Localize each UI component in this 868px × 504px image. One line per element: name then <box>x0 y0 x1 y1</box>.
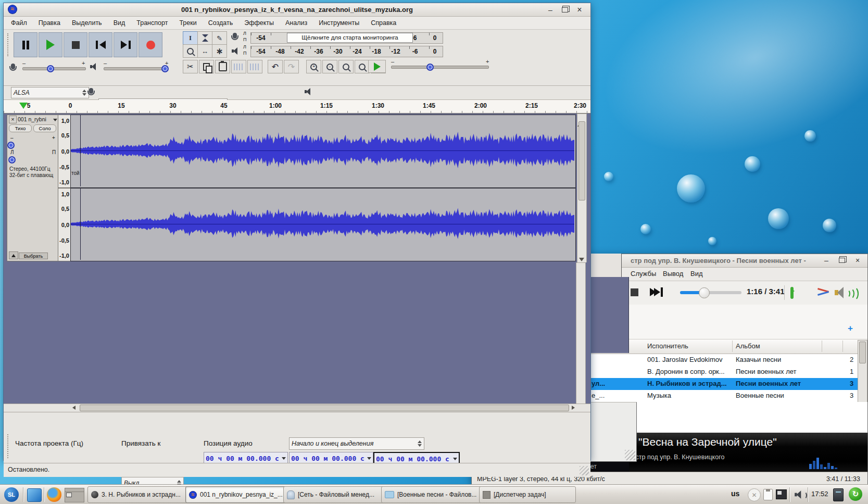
waveform-channel-right[interactable] <box>70 188 576 261</box>
taskbar-task[interactable]: 3. Н. Рыбников и эстрадн... <box>87 486 191 503</box>
paste-icon[interactable] <box>215 60 230 73</box>
show-desktop-icon[interactable] <box>27 488 42 502</box>
stop-button[interactable] <box>64 32 87 57</box>
waveform-channel-left[interactable]: той <box>70 115 576 188</box>
play-button[interactable] <box>39 32 62 57</box>
timeshift-tool-icon[interactable]: ↔ <box>197 44 212 58</box>
audio-host-select[interactable]: ALSA <box>11 87 89 98</box>
menu-select[interactable]: Выделить <box>72 19 102 27</box>
gain-slider[interactable] <box>10 142 11 148</box>
taskbar-task[interactable]: [Военные песни - Файлов... <box>381 486 484 503</box>
pause-button[interactable] <box>14 32 37 57</box>
zoom-tool-icon[interactable] <box>183 44 198 58</box>
menu-edit[interactable]: Правка <box>39 19 60 27</box>
draw-tool-icon[interactable]: ✎ <box>212 31 227 45</box>
play-head-marker[interactable] <box>19 103 28 109</box>
copy-icon[interactable] <box>199 60 214 73</box>
player-stop-button[interactable] <box>631 288 638 296</box>
menu-analyze[interactable]: Анализ <box>285 19 307 27</box>
window-tray-icon[interactable] <box>776 489 787 499</box>
menu-generate[interactable]: Создать <box>208 19 233 27</box>
updates-tray-icon[interactable]: ↻ <box>849 487 862 501</box>
select-track-button[interactable]: Выбрать <box>19 253 48 259</box>
recording-meter[interactable]: Л П -54 -6 0 Щёлкните для старта монитор… <box>231 31 445 44</box>
skip-end-button[interactable] <box>114 32 137 57</box>
workspace-pager-icon[interactable] <box>65 488 84 502</box>
repeat-icon[interactable] <box>790 287 794 299</box>
seek-handle[interactable] <box>699 287 710 298</box>
undo-icon[interactable]: ↶ <box>268 60 283 73</box>
zoom-fit-icon[interactable] <box>355 60 370 73</box>
playlist-scrollbar[interactable] <box>858 340 867 403</box>
taskbar-task[interactable]: [Диспетчер задач] <box>479 486 576 503</box>
player-close-button[interactable]: × <box>851 256 864 265</box>
solo-button[interactable]: Соло <box>33 124 56 132</box>
pan-slider[interactable] <box>11 156 12 163</box>
record-button[interactable] <box>139 32 162 57</box>
menu-help[interactable]: Справка <box>371 19 396 27</box>
system-tray-icon[interactable] <box>833 488 844 501</box>
resize-grip[interactable] <box>625 450 635 460</box>
cut-icon[interactable]: ✂ <box>183 60 198 73</box>
play-at-speed-button[interactable] <box>368 60 386 73</box>
skip-start-button[interactable] <box>89 32 112 57</box>
track-menu-icon[interactable] <box>53 119 57 121</box>
tray-status-icon[interactable]: ✕ <box>748 488 761 501</box>
zoom-out-icon[interactable]: – <box>322 60 337 73</box>
start-button[interactable]: SL <box>4 487 19 502</box>
selection-range-select[interactable]: Начало и конец выделения <box>289 437 424 450</box>
track-name[interactable]: 001 n_rybni <box>18 116 46 122</box>
vertical-scale[interactable]: 1,0 0,5 0,0 -0,5 -1,0 <box>58 115 71 188</box>
vertical-scrollbar-lower[interactable] <box>576 262 586 405</box>
menu-transport[interactable]: Транспорт <box>136 19 168 27</box>
volume-icon[interactable] <box>835 286 857 299</box>
taskbar-task[interactable]: [Сеть - Файловый менед... <box>283 486 386 503</box>
envelope-tool-icon[interactable] <box>197 31 212 45</box>
monitoring-hint[interactable]: Щёлкните для старта мониторинга <box>287 33 413 43</box>
redo-icon[interactable]: ↷ <box>284 60 299 73</box>
vertical-scale[interactable]: 1,0 0,5 0,0 -0,5 -1,0 <box>58 188 71 261</box>
play-speed-slider[interactable] <box>391 66 489 69</box>
clock[interactable]: 17:52 <box>811 490 828 498</box>
playback-volume-slider[interactable] <box>104 67 168 70</box>
timeline-ruler[interactable]: 5 0 15 30 45 1:00 1:15 1:30 1:45 2:00 2:… <box>4 100 590 114</box>
recording-volume-slider[interactable] <box>22 67 86 70</box>
audacity-close-button[interactable]: × <box>573 5 586 15</box>
selection-tool-icon[interactable]: I <box>183 31 198 45</box>
audacity-restore-button[interactable] <box>558 5 572 15</box>
silence-icon[interactable] <box>247 60 262 73</box>
menu-effects[interactable]: Эффекты <box>244 19 274 27</box>
audacity-minimize-button[interactable]: – <box>544 5 557 15</box>
keyboard-layout-indicator[interactable]: us <box>731 489 739 498</box>
playback-meter[interactable]: Л П -54 -48 -42 -36 -30 -24 -18 -12 -6 0 <box>231 45 445 58</box>
player-next-button[interactable] <box>650 287 663 297</box>
trim-icon[interactable] <box>231 60 246 73</box>
vertical-scrollbar[interactable] <box>577 114 587 263</box>
zoom-selection-icon[interactable] <box>338 60 354 73</box>
taskbar-task-active[interactable]: ≈ 001 n_rybnikov_pesnya_iz_... <box>185 486 288 503</box>
multi-tool-icon[interactable]: ∗ <box>212 44 227 58</box>
zoom-in-icon[interactable]: + <box>306 60 321 73</box>
collapse-track-icon[interactable] <box>9 251 18 259</box>
close-icon[interactable]: × <box>9 116 17 123</box>
menu-view[interactable]: Вид <box>114 19 125 27</box>
column-artist[interactable]: Исполнитель <box>647 342 688 350</box>
column-album[interactable]: Альбом <box>736 342 760 350</box>
project-empty-area[interactable] <box>4 262 590 404</box>
player-menu-services[interactable]: Службы <box>631 270 656 278</box>
player-menu-output[interactable]: Вывод <box>663 270 683 278</box>
menu-tracks[interactable]: Треки <box>179 19 196 27</box>
resize-grip[interactable] <box>580 466 589 475</box>
firefox-icon[interactable] <box>47 487 61 502</box>
horizontal-scrollbar[interactable] <box>4 404 590 412</box>
volume-tray-icon[interactable] <box>792 489 806 500</box>
add-icon[interactable]: + <box>848 323 853 334</box>
player-minimize-button[interactable]: – <box>820 256 833 265</box>
player-menu-view[interactable]: Вид <box>690 270 703 278</box>
menu-tools[interactable]: Инструменты <box>319 19 359 27</box>
player-restore-button[interactable] <box>835 256 849 265</box>
menu-file[interactable]: Файл <box>11 19 27 27</box>
audacity-titlebar[interactable]: ≈ 001 n_rybnikov_pesnya_iz_k_f_vesna_na_… <box>4 3 590 17</box>
mute-button[interactable]: Тихо <box>9 124 32 132</box>
player-seek-slider[interactable] <box>680 291 741 294</box>
